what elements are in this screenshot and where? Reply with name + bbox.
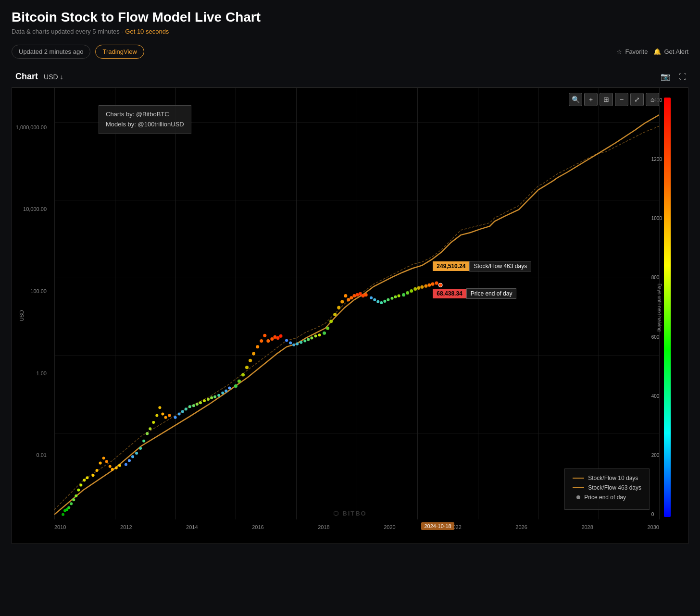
svg-point-29 [155,414,158,417]
chart-svg [54,88,659,519]
page-title: Bitcoin Stock to Flow Model Live Chart [12,10,688,25]
svg-point-73 [318,333,321,336]
legend-label-stockflow463: Stock/Flow 463 days [588,484,641,491]
y-label-10000: 10,000.00 [23,206,50,212]
chart-header: Chart USD ↓ 📷 ⛶ [12,66,688,87]
tooltip-stockflow-value: 249,510.24 [433,261,469,271]
svg-point-46 [217,394,220,397]
x-label-2018: 2018 [318,524,329,530]
svg-point-12 [96,469,99,472]
upgrade-link[interactable]: Get 10 seconds [125,28,169,35]
fullscreen-btn[interactable]: ⛶ [677,70,688,83]
x-label-2014: 2014 [186,524,198,530]
svg-point-89 [373,298,376,301]
zoom-minus-btn[interactable]: − [615,93,628,106]
bitbo-logo: ⬡ [333,510,339,517]
svg-point-16 [109,465,112,468]
svg-point-9 [83,479,86,481]
chart-area: 1,000,000.00 10,000.00 100.00 1.00 0.01 … [12,87,688,544]
svg-point-20 [125,463,127,466]
svg-point-34 [174,416,177,419]
svg-point-95 [394,296,397,298]
zoom-crosshair-btn[interactable]: + [584,93,598,106]
svg-point-85 [359,292,362,296]
favorite-btn[interactable]: ☆ Favorite [616,48,648,55]
svg-point-39 [192,404,195,407]
y-label-001: 0.01 [37,452,50,458]
toolbar-left: Updated 2 minutes ago TradingView [12,45,144,59]
svg-point-48 [225,390,227,393]
zoom-search-btn[interactable]: 🔍 [569,93,582,106]
svg-point-65 [289,342,292,345]
svg-point-106 [435,282,438,285]
camera-btn[interactable]: 📷 [659,70,672,83]
svg-point-14 [102,456,105,459]
legend-label-price: Price end of day [584,494,626,501]
svg-point-43 [207,398,210,401]
tooltip-price-label: Price end of day [466,288,517,299]
zoom-expand-btn[interactable]: ⤢ [630,93,644,106]
color-bar-label-1000: 1000 [651,216,662,221]
svg-point-80 [344,294,347,297]
svg-point-33 [168,414,171,417]
page-container: Bitcoin Stock to Flow Model Live Chart D… [0,0,700,554]
y-label-100: 100.00 [30,288,50,294]
svg-point-24 [139,447,142,450]
zoom-grid-btn[interactable]: ⊞ [600,93,613,106]
date-label: 2024-10-18 [421,522,454,530]
x-label-2030: 2030 [647,524,659,530]
svg-point-13 [99,462,102,465]
svg-point-71 [310,336,313,339]
y-axis: 1,000,000.00 10,000.00 100.00 1.00 0.01 … [12,88,54,543]
x-label-2010: 2010 [54,524,66,530]
alert-btn[interactable]: 🔔 Get Alert [653,48,688,55]
svg-point-66 [292,344,295,346]
svg-point-27 [149,427,151,430]
zoom-home-btn[interactable]: ⌂ [646,93,659,106]
svg-point-94 [390,297,393,300]
svg-point-51 [238,380,241,383]
tooltip-stockflow: 249,510.24 Stock/Flow 463 days [433,261,531,271]
star-icon: ☆ [616,48,622,55]
svg-point-90 [376,300,379,303]
svg-point-36 [181,410,184,413]
attribution-box: Charts by: @BitboBTC Models by: @100tril… [99,105,191,134]
chart-legend: Stock/Flow 10 days Stock/Flow 463 days P… [564,468,650,510]
svg-point-5 [72,498,75,501]
svg-point-62 [276,336,279,340]
svg-point-17 [111,468,114,471]
currency-selector[interactable]: USD ↓ [44,73,63,81]
svg-point-58 [263,334,266,337]
x-label-2012: 2012 [120,524,132,530]
svg-point-50 [234,384,238,388]
legend-line-dashed [573,478,584,479]
svg-point-72 [314,334,317,337]
svg-point-49 [228,386,231,389]
svg-point-79 [340,300,344,303]
svg-point-78 [337,306,340,309]
svg-point-69 [303,339,306,342]
svg-point-75 [326,326,329,330]
svg-point-67 [296,343,299,345]
x-label-2028: 2028 [581,524,593,530]
svg-point-23 [135,452,138,455]
svg-point-6 [75,494,77,497]
tradingview-btn[interactable]: TradingView [95,45,144,59]
tooltip-price: 68,438.34 Price end of day [433,288,516,299]
svg-point-93 [387,298,389,301]
svg-point-15 [105,460,108,463]
svg-point-100 [413,287,417,291]
tooltip-price-value: 68,438.34 [433,289,466,298]
toolbar-right: ☆ Favorite 🔔 Get Alert [616,48,688,55]
svg-point-8 [79,484,82,487]
svg-point-22 [131,455,134,458]
svg-point-84 [355,293,359,296]
svg-point-40 [196,403,199,406]
chevron-down-icon: ↓ [60,73,63,81]
svg-point-92 [383,300,386,303]
svg-point-7 [77,489,80,492]
svg-point-64 [285,339,288,342]
svg-point-97 [402,293,405,296]
svg-point-101 [417,286,420,290]
svg-point-82 [350,296,353,299]
